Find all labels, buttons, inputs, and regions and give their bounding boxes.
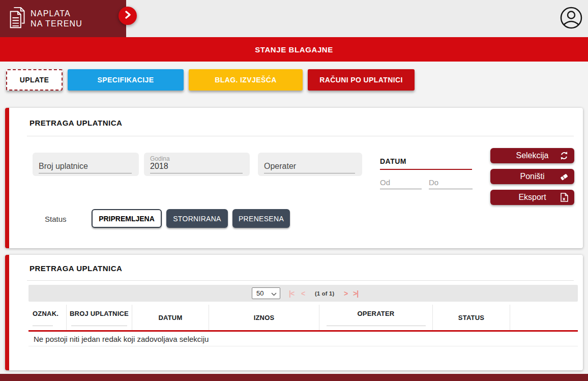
selekcija-button[interactable]: Selekcija xyxy=(490,148,574,163)
operater-input[interactable] xyxy=(264,162,355,173)
sidebar-expand-button[interactable] xyxy=(119,7,137,25)
documents-icon xyxy=(8,6,29,33)
tab-racuni-po-uplatnici[interactable]: RAČUNI PO UPLATNICI xyxy=(308,69,415,91)
broj-uplatnice-field xyxy=(33,153,139,176)
app-brand: NAPLATA NA TERENU xyxy=(0,0,126,37)
column-filter-input[interactable] xyxy=(71,326,127,326)
column-header-oznaka[interactable]: OZNAK. xyxy=(28,305,67,330)
divider xyxy=(27,136,574,136)
column-header-datum[interactable]: DATUM xyxy=(132,305,209,330)
tab-blag-izvjesca[interactable]: BLAG. IZVJEŠĆA xyxy=(189,69,303,91)
tab-uplate[interactable]: UPLATE xyxy=(6,69,63,91)
next-page-button[interactable]: > xyxy=(344,289,347,298)
empty-results-message: Ne postoji niti jedan redak koji zadovol… xyxy=(28,332,578,346)
pagination-toolbar: 50 |< < (1 of 1) > >| xyxy=(28,285,578,302)
excel-file-icon: x xyxy=(560,193,569,202)
results-panel-title: PRETRAGA UPLATNICA xyxy=(30,264,122,273)
divider xyxy=(27,280,574,281)
search-panel-title: PRETRAGA UPLATNICA xyxy=(30,119,122,127)
datum-underline xyxy=(380,169,472,170)
status-label: Status xyxy=(45,215,67,223)
godina-field: Godina xyxy=(144,153,250,176)
page-size-value: 50 xyxy=(256,289,263,297)
status-stornirana-button[interactable]: STORNIRANA xyxy=(166,209,228,228)
top-bar: NAPLATA NA TERENU xyxy=(0,0,588,37)
status-prenesena-button[interactable]: PRENESENA xyxy=(232,209,290,228)
ponisti-button[interactable]: Poništi xyxy=(490,169,574,184)
refresh-icon xyxy=(560,151,569,160)
eksport-button[interactable]: Eksport x xyxy=(490,190,574,205)
account-menu-button[interactable] xyxy=(560,6,583,30)
column-header-iznos[interactable]: IZNOS xyxy=(209,305,319,330)
eraser-icon xyxy=(560,172,569,181)
broj-uplatnice-input[interactable] xyxy=(39,162,132,173)
operater-field xyxy=(258,153,362,176)
column-header-actions xyxy=(510,305,578,330)
page-info: (1 of 1) xyxy=(315,290,334,297)
column-header-status[interactable]: STATUS xyxy=(433,305,510,330)
date-from-input[interactable] xyxy=(380,178,422,189)
page-title-bar: STANJE BLAGAJNE xyxy=(0,37,588,62)
app-title: NAPLATA NA TERENU xyxy=(31,9,82,29)
datum-label: DATUM xyxy=(380,157,406,165)
search-panel: PRETRAGA UPLATNICA Godina DATUM Selekcij… xyxy=(5,108,583,248)
page-size-select[interactable]: 50 xyxy=(252,287,280,299)
column-filter-input[interactable] xyxy=(33,326,53,326)
svg-text:x: x xyxy=(563,196,566,201)
page-title: STANJE BLAGAJNE xyxy=(255,45,333,54)
last-page-button[interactable]: >| xyxy=(353,289,358,298)
column-header-broj-uplatnice[interactable]: BROJ UPLATNICE xyxy=(67,305,132,330)
eksport-button-label: Eksport xyxy=(518,193,546,202)
godina-input[interactable] xyxy=(150,162,243,173)
ponisti-button-label: Poništi xyxy=(520,172,544,181)
table-header-row: OZNAK. BROJ UPLATNICE DATUM IZNOS OPERAT… xyxy=(28,305,578,332)
godina-label: Godina xyxy=(150,155,170,162)
column-header-operater[interactable]: OPERATER xyxy=(319,305,433,330)
first-page-button[interactable]: |< xyxy=(289,289,294,298)
footer-bar xyxy=(0,374,588,381)
tab-bar: UPLATE SPECIFIKACIJE BLAG. IZVJEŠĆA RAČU… xyxy=(6,69,415,91)
date-to-input[interactable] xyxy=(429,178,473,189)
previous-page-button[interactable]: < xyxy=(301,289,305,298)
status-pripremljena-button[interactable]: PRIPREMLJENA xyxy=(92,209,162,228)
user-circle-icon xyxy=(560,22,583,31)
chevron-down-icon xyxy=(271,292,277,296)
tab-specifikacije[interactable]: SPECIFIKACIJE xyxy=(68,69,184,91)
selekcija-button-label: Selekcija xyxy=(516,151,548,160)
chevron-right-icon xyxy=(123,10,133,22)
column-filter-input[interactable] xyxy=(327,326,426,326)
results-panel: PRETRAGA UPLATNICA 50 |< < (1 of 1) > >|… xyxy=(5,255,583,370)
